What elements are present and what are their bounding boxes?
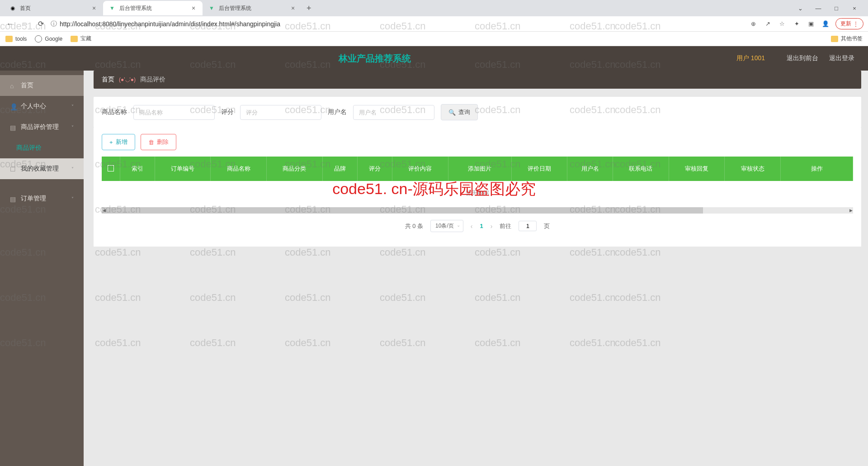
bookmark-icon: ☐ [10,166,16,172]
breadcrumb-home[interactable]: 首页 [102,76,114,84]
home-icon: ⌂ [10,82,16,89]
sidebar-item-orders[interactable]: ▤ 订单管理 ˅ [0,188,84,209]
update-button[interactable]: 更新 ⋮ [835,18,863,29]
globe-icon: ◉ [9,5,16,12]
other-bookmarks[interactable]: 其他书签 [831,35,863,43]
search-rating-input[interactable] [240,105,321,120]
browser-tab[interactable]: ▼ 后台管理系统 × [203,1,302,15]
page-size-label: 10条/页 [435,223,454,229]
next-page-button[interactable]: › [491,223,493,230]
bookmark-item[interactable]: Google [35,35,62,43]
globe-icon [35,35,42,43]
tab-title: 后台管理系统 [119,5,186,12]
tab-title: 首页 [20,5,87,12]
scroll-left-icon[interactable]: ◀ [101,207,107,214]
chevron-down-icon: ˅ [71,166,74,171]
breadcrumb: 首页 (●'◡'●) 商品评价 [94,71,861,89]
empty-text: 暂无数据 [102,181,853,205]
new-tab-button[interactable]: + [302,4,316,13]
sidebar-item-label: 我的收藏管理 [21,165,59,173]
search-rating-label: 评分 [221,108,234,116]
update-label: 更新 [840,20,851,28]
bookmark-item[interactable]: tools [5,36,27,42]
scroll-thumb[interactable] [102,207,703,214]
goto-page-input[interactable] [519,221,537,231]
app-header: 林业产品推荐系统 用户 1001 退出到前台 退出登录 [0,46,868,71]
url-input[interactable]: ⓘ http://localhost:8080/linyechanpintuij… [51,20,744,28]
table-header: 操作 [781,157,853,181]
sidebar-item-review[interactable]: 商品评价 [0,138,84,158]
sidebar-item-label: 订单管理 [21,195,46,203]
search-icon[interactable]: ⊕ [749,19,758,29]
horizontal-scrollbar[interactable]: ◀ ▶ [102,207,853,214]
profile-icon[interactable]: 👤 [821,19,830,29]
table-header: 评分 [357,157,392,181]
current-page[interactable]: 1 [480,223,483,229]
bookmark-label: 宝藏 [80,35,91,43]
table-header: 添加图片 [448,157,511,181]
sidebar-item-favorites[interactable]: ☐ 我的收藏管理 ˅ [0,158,84,179]
search-user-input[interactable] [353,105,434,120]
back-button[interactable]: ← [5,19,15,29]
table-header: 评价日期 [511,157,567,181]
scroll-right-icon[interactable]: ▶ [848,207,854,214]
folder-icon [831,36,838,42]
sidebar-item-profile[interactable]: 👤 个人中心 ˅ [0,96,84,117]
panel-icon[interactable]: ▣ [807,19,816,29]
tab-title: 后台管理系统 [219,5,286,12]
browser-tab[interactable]: ◉ 首页 × [4,1,103,15]
add-button[interactable]: + 新增 [102,134,135,150]
forward-button[interactable]: → [20,19,31,29]
close-icon[interactable]: × [90,5,98,12]
user-label: 用户 1001 [736,54,765,62]
plus-icon: + [109,139,113,146]
table-header: 联系电话 [613,157,669,181]
close-icon[interactable]: × [190,5,197,12]
table-empty-row: 暂无数据 [102,181,853,205]
bookmark-item[interactable]: 宝藏 [71,35,91,43]
data-table: 索引 订单编号 商品名称 商品分类 品牌 评分 评价内容 添加图片 评价日期 用… [102,157,853,205]
table-header: 审核回复 [669,157,725,181]
search-icon: 🔍 [448,109,456,116]
star-icon[interactable]: ☆ [778,19,787,29]
action-row: + 新增 🗑 删除 [94,128,861,157]
table-header-checkbox[interactable] [102,157,120,181]
extension-icon[interactable]: ✦ [792,19,801,29]
maximize-icon[interactable]: □ [830,2,843,14]
minimize-icon[interactable]: — [812,2,825,14]
page-size-select[interactable]: 10条/页 ⌄ [430,220,463,232]
close-icon[interactable]: × [289,5,297,12]
goto-suffix: 页 [544,222,550,230]
delete-button[interactable]: 🗑 删除 [141,134,176,150]
logout-link[interactable]: 退出登录 [829,54,854,62]
info-icon: ⓘ [51,20,57,28]
search-name-input[interactable] [133,105,215,120]
reload-button[interactable]: ⟳ [35,19,46,29]
trash-icon: 🗑 [148,139,154,146]
table-header: 商品名称 [211,157,267,181]
exit-front-link[interactable]: 退出到前台 [787,54,818,62]
vue-icon: ▼ [108,5,116,12]
sidebar-item-label: 个人中心 [21,102,46,110]
table-header: 订单编号 [155,157,211,181]
table-header: 索引 [120,157,155,181]
chevron-down-icon: ˅ [71,104,74,109]
sidebar-item-home[interactable]: ⌂ 首页 [0,75,84,96]
prev-page-button[interactable]: ‹ [471,223,473,230]
table-header: 商品分类 [267,157,323,181]
chevron-down-icon[interactable]: ⌄ [794,2,807,14]
vue-icon: ▼ [208,5,215,12]
table-header: 审核状态 [725,157,781,181]
search-button[interactable]: 🔍 查询 [441,104,478,120]
delete-button-label: 删除 [157,138,169,146]
search-user-label: 用户名 [328,108,347,116]
close-window-icon[interactable]: × [848,2,861,14]
user-icon: 👤 [10,103,16,109]
sidebar-item-review-mgmt[interactable]: ▤ 商品评价管理 ˅ [0,117,84,138]
folder-icon [71,36,78,42]
bookmark-label: 其他书签 [841,35,863,43]
browser-tab-active[interactable]: ▼ 后台管理系统 × [103,1,203,15]
sidebar-item-label: 商品评价管理 [21,123,59,131]
share-icon[interactable]: ↗ [763,19,772,29]
folder-icon [5,36,13,42]
